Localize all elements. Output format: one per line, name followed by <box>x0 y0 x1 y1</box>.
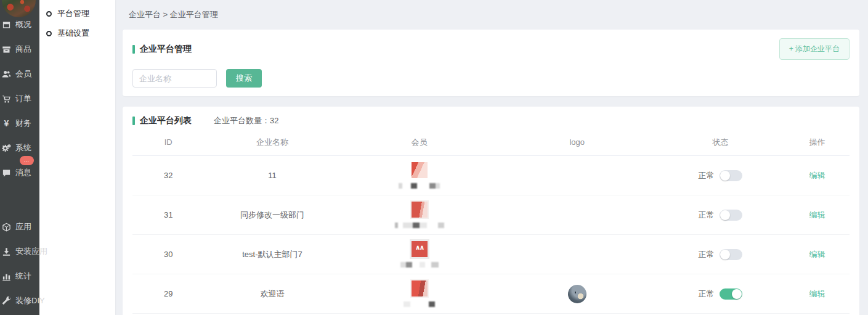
sidebar-item-label: 商品 <box>15 44 31 55</box>
sidebar-item-overview[interactable]: 概况 <box>0 12 39 37</box>
sidebar-item-system[interactable]: 系统 <box>0 136 39 160</box>
header-actions: 操作 <box>785 137 850 148</box>
sidebar-item-label: 消息 <box>15 167 31 178</box>
row-company-name: 同步修改一级部门 <box>204 210 340 221</box>
row-id: 32 <box>132 171 204 180</box>
member-avatar <box>412 202 428 218</box>
status-toggle[interactable] <box>720 170 742 181</box>
platform-list-card: 企业平台列表 企业平台数量：32 ID 企业名称 会员 logo 状态 操作 3… <box>123 107 859 315</box>
sidebar-item-label: 财务 <box>15 118 31 129</box>
message-icon <box>2 168 11 178</box>
radio-circle-icon <box>46 11 52 17</box>
row-id: 31 <box>132 210 204 219</box>
platform-table: ID 企业名称 会员 logo 状态 操作 32 11 正 <box>132 129 850 314</box>
sidebar-item-label: 订单 <box>15 93 31 104</box>
row-company-name: 欢迎语 <box>204 288 340 300</box>
member-avatar <box>412 241 428 257</box>
status-toggle[interactable] <box>720 249 742 260</box>
submenu-item-basic-settings[interactable]: 基础设置 <box>39 23 115 43</box>
table-row: 30 test-默认主部门7 正常 编辑 <box>132 235 850 274</box>
status-toggle[interactable] <box>720 288 742 300</box>
sidebar-item-finance[interactable]: ¥ 财务 <box>0 111 39 136</box>
title-accent-bar <box>132 45 135 54</box>
sidebar-item-install-apps[interactable]: 安装应用 <box>0 239 39 264</box>
row-status: 正常 <box>656 210 785 221</box>
sidebar-item-orders[interactable]: 订单 <box>0 86 39 111</box>
members-icon <box>2 70 11 79</box>
row-company-name: 11 <box>204 171 340 180</box>
status-label: 正常 <box>698 288 714 300</box>
sidebar-item-apps[interactable]: 应用 <box>0 215 39 239</box>
sub-sidebar: 平台管理 基础设置 <box>39 0 115 315</box>
platform-management-card: 企业平台管理 + 添加企业平台 搜索 <box>123 30 859 96</box>
sidebar-item-label: 应用 <box>15 221 31 232</box>
row-company-name: test-默认主部门7 <box>204 249 340 260</box>
overview-icon <box>2 20 11 30</box>
status-label: 正常 <box>698 249 714 260</box>
edit-link[interactable]: 编辑 <box>809 250 825 259</box>
app-root: 概况 商品 会员 订单 ¥ 财务 <box>0 0 868 315</box>
sidebar-item-label: 会员 <box>15 68 31 80</box>
diy-icon <box>2 297 11 306</box>
edit-link[interactable]: 编辑 <box>809 289 825 298</box>
submenu-item-label: 基础设置 <box>57 28 89 39</box>
row-id: 29 <box>132 289 204 298</box>
sidebar-item-label: 概况 <box>15 19 31 30</box>
radio-circle-icon <box>46 31 52 36</box>
sidebar-item-label: 安装应用 <box>15 246 47 257</box>
table-row: 29 欢迎语 正常 编辑 <box>132 274 850 314</box>
finance-icon: ¥ <box>2 119 11 128</box>
header-id: ID <box>132 137 204 147</box>
logo-image <box>568 285 586 303</box>
row-members <box>341 241 498 268</box>
main-content: 企业平台 > 企业平台管理 企业平台管理 + 添加企业平台 搜索 企业平台列表 <box>115 0 868 315</box>
breadcrumb: 企业平台 > 企业平台管理 <box>123 0 859 30</box>
sidebar-item-goods[interactable]: 商品 <box>0 37 39 62</box>
toggle-knob <box>732 289 742 299</box>
install-icon <box>2 247 11 256</box>
main-sidebar: 概况 商品 会员 订单 ¥ 财务 <box>0 0 39 315</box>
header-members: 会员 <box>341 137 498 148</box>
goods-icon <box>2 45 11 54</box>
status-label: 正常 <box>698 170 714 181</box>
row-id: 30 <box>132 250 204 259</box>
table-row: 31 同步修改一级部门 正常 编辑 <box>132 195 850 235</box>
row-members <box>341 202 498 228</box>
company-name-input[interactable] <box>132 69 217 88</box>
row-status: 正常 <box>656 249 785 260</box>
sidebar-item-label: 统计 <box>15 271 31 282</box>
member-avatar <box>412 280 428 297</box>
edit-link[interactable]: 编辑 <box>809 210 825 219</box>
toggle-knob <box>720 250 730 260</box>
status-label: 正常 <box>698 210 714 221</box>
header-company-name: 企业名称 <box>204 137 340 148</box>
sidebar-item-label: 装修DIY <box>15 295 45 306</box>
table-row: 32 11 正常 编辑 <box>132 156 850 195</box>
search-button[interactable]: 搜索 <box>226 69 262 88</box>
member-avatar <box>412 162 428 178</box>
card-title: 企业平台管理 <box>140 44 192 55</box>
stats-icon <box>2 272 11 281</box>
table-header-row: ID 企业名称 会员 logo 状态 操作 <box>132 129 850 156</box>
row-status: 正常 <box>656 288 785 300</box>
header-status: 状态 <box>656 137 785 148</box>
member-blurred-text <box>400 262 439 268</box>
system-icon <box>2 144 11 153</box>
row-status: 正常 <box>656 170 785 181</box>
card-title: 企业平台列表 <box>140 115 192 126</box>
sidebar-item-messages[interactable]: 消息 … <box>0 160 39 185</box>
row-members <box>341 162 498 189</box>
sidebar-item-diy[interactable]: 装修DIY <box>0 288 39 313</box>
status-toggle[interactable] <box>720 210 742 221</box>
toggle-knob <box>720 210 730 220</box>
member-blurred-text <box>404 301 435 307</box>
sidebar-item-stats[interactable]: 统计 <box>0 264 39 288</box>
message-badge: … <box>20 156 34 165</box>
submenu-item-platform-management[interactable]: 平台管理 <box>39 4 115 23</box>
orders-icon <box>2 94 11 104</box>
row-members <box>341 280 498 307</box>
member-blurred-text <box>399 183 440 189</box>
edit-link[interactable]: 编辑 <box>809 171 825 180</box>
sidebar-item-members[interactable]: 会员 <box>0 62 39 86</box>
add-platform-button[interactable]: + 添加企业平台 <box>779 38 850 60</box>
